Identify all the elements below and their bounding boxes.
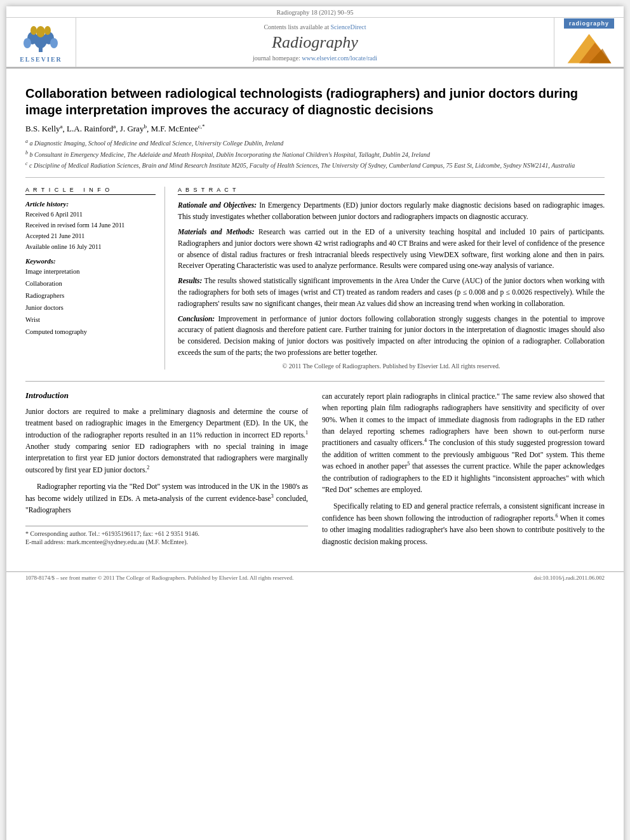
keyword-item: Radiographers	[25, 290, 156, 302]
affiliations: a a Diagnostic Imaging, School of Medici…	[25, 138, 605, 170]
radiography-graphic-icon	[564, 31, 615, 66]
article-history: Article history: Received 6 April 2011 R…	[25, 200, 156, 252]
keyword-item: Junior doctors	[25, 302, 156, 314]
body-two-col: Introduction Junior doctors are required…	[25, 390, 605, 552]
abstract-column: A B S T R A C T Rationale and Objectives…	[178, 187, 605, 370]
article-info-label: A R T I C L E I N F O	[25, 187, 156, 195]
elsevier-logo: ELSEVIER	[6, 18, 76, 67]
keywords-list: Image interpretation Collaboration Radio…	[25, 266, 156, 338]
issn-line: 1078-8174/$ – see front matter © 2011 Th…	[25, 575, 293, 581]
journal-name-row: ELSEVIER Contents lists available at Sci…	[6, 18, 624, 67]
doi-line: doi:10.1016/j.radi.2011.06.002	[534, 575, 605, 581]
keyword-item: Collaboration	[25, 278, 156, 290]
introduction-body: Junior doctors are required to make a pr…	[25, 406, 308, 516]
article-title: Collaboration between radiological techn…	[25, 85, 605, 118]
body-right-column: can accurately report plain radiographs …	[322, 390, 605, 552]
elsevier-tree-icon	[21, 22, 60, 55]
keyword-item: Computed tomography	[25, 326, 156, 338]
svg-point-4	[23, 38, 31, 48]
article-dates: Received 6 April 2011 Received in revise…	[25, 209, 156, 252]
article-info-column: A R T I C L E I N F O Article history: R…	[25, 187, 165, 370]
contents-note: Contents lists available at ScienceDirec…	[264, 23, 366, 30]
copyright-line: © 2011 The College of Radiographers. Pub…	[178, 363, 605, 370]
radiography-badge: radiography	[564, 18, 614, 29]
footnote-area: * Corresponding author. Tel.: +619351961…	[25, 526, 308, 545]
introduction-title: Introduction	[25, 390, 308, 401]
footnote-corresponding: * Corresponding author. Tel.: +619351961…	[25, 530, 308, 537]
article-title-section: Collaboration between radiological techn…	[25, 75, 605, 178]
svg-point-7	[30, 26, 37, 35]
journal-homepage: journal homepage: www.elsevier.com/locat…	[253, 55, 377, 62]
body-content: Introduction Junior doctors are required…	[25, 381, 605, 552]
keyword-item: Image interpretation	[25, 266, 156, 278]
page: Radiography 18 (2012) 90–95	[6, 6, 624, 840]
body-left-column: Introduction Junior doctors are required…	[25, 390, 308, 552]
abstract-label: A B S T R A C T	[178, 187, 605, 195]
journal-header: Radiography 18 (2012) 90–95	[6, 6, 624, 69]
body-right-text: can accurately report plain radiographs …	[322, 390, 605, 547]
footnote-email: E-mail address: mark.mcentee@sydney.edu.…	[25, 538, 308, 545]
journal-citation: Radiography 18 (2012) 90–95	[277, 9, 354, 16]
journal-title-center: Contents lists available at ScienceDirec…	[76, 18, 554, 67]
article-info-abstract-section: A R T I C L E I N F O Article history: R…	[25, 187, 605, 370]
abstract-text: Rationale and Objectives: In Emergency D…	[178, 200, 605, 359]
keyword-item: Wrist	[25, 314, 156, 326]
svg-point-8	[44, 26, 51, 35]
elsevier-text: ELSEVIER	[20, 56, 62, 63]
journal-main-title: Radiography	[272, 33, 358, 52]
svg-point-5	[50, 38, 58, 48]
journal-meta-bar: Radiography 18 (2012) 90–95	[6, 6, 624, 18]
bottom-bar: 1078-8174/$ – see front matter © 2011 Th…	[6, 571, 624, 583]
keywords-section: Keywords: Image interpretation Collabora…	[25, 257, 156, 338]
radiography-logo-box: radiography	[554, 18, 624, 67]
svg-point-6	[36, 26, 45, 37]
content: Collaboration between radiological techn…	[6, 69, 624, 565]
authors: B.S. Kellya, L.A. Rainforda, J. Grayb, M…	[25, 123, 605, 134]
